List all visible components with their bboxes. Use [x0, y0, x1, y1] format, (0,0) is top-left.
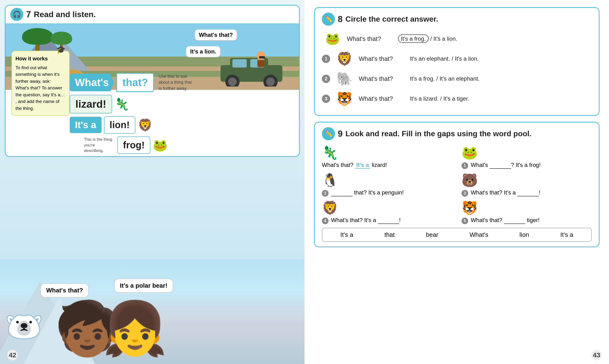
section7-number: 7: [26, 10, 31, 19]
word-pool-5: lion: [519, 231, 529, 238]
s9-num-2: 2: [322, 190, 329, 197]
s9-item-1: 🐸 1 What's ? It's a frog!: [462, 145, 592, 169]
puzzle-lion: lion!: [104, 116, 135, 134]
s9-fill-2: [331, 189, 353, 196]
s9-item-5-text: 5 What's that? tiger!: [462, 217, 592, 224]
q2-divider: /: [436, 75, 439, 82]
puzzle-area: What's that? Use that to ask about a thi…: [70, 73, 294, 154]
row-num-2: 2: [322, 75, 330, 83]
animal-tiger-img: 🐯: [334, 90, 355, 107]
s9-item-4-animal-row: 🦁: [322, 200, 452, 216]
s9-item-1-animal-row: 🐸: [462, 145, 592, 160]
s9-item-0-text: What's that? It's a lizard!: [322, 162, 452, 168]
bottom-bubble-right-text: It's a polar bear!: [120, 282, 168, 289]
animal-elephant-img: 🐘: [334, 70, 355, 87]
bottom-scene: 🐻‍❄️ What's that? 🧒🏾 👧 It's a polar bear…: [0, 260, 304, 364]
svg-point-8: [257, 51, 265, 60]
q3-text: What's that?: [359, 95, 406, 103]
s9-item-4-text: 4 What's that? It's a !: [322, 217, 452, 224]
svg-rect-2: [232, 59, 247, 67]
lizard-icon: 🦎: [114, 97, 129, 111]
right-page-number: 43: [591, 350, 602, 360]
s9-num-5: 5: [462, 218, 468, 224]
bottom-bubble-left: What's that?: [40, 283, 89, 298]
section9-title: Look and read. Fill in the gaps using th…: [345, 129, 531, 138]
q0-divider: /: [430, 35, 433, 42]
section8-header: ✏️ 8 Circle the correct answer.: [322, 13, 592, 26]
section7-box: 🎧 7 Read and listen.: [5, 5, 300, 157]
s9-item-3: 🐻 3 What's that? It's a !: [462, 173, 592, 197]
s9-item-2-animal-row: 🐧: [322, 173, 452, 188]
svg-rect-10: [259, 56, 265, 58]
left-page: 🎧 7 Read and listen.: [0, 0, 304, 364]
s9-item-4: 🦁 4 What's that? It's a !: [322, 200, 452, 224]
word-pool-2: that: [384, 231, 395, 238]
how-it-works-title: How it works: [15, 55, 66, 63]
s9-fill-5: [504, 217, 525, 224]
animal-lion-img: 🦁: [334, 50, 355, 67]
q0-answer1-circled: It's a frog.: [398, 35, 429, 43]
q2-answers: It's a frog. / It's an elephant.: [410, 75, 592, 82]
section8-row-1: 1 🦁 What's that? It's an elephant. / It'…: [322, 50, 592, 67]
s9-num-4: 4: [322, 218, 329, 224]
how-it-works-text: To find out what something is when it's …: [15, 65, 66, 112]
q2-answer2: It's an elephant.: [440, 75, 480, 82]
character-girl: 👧: [102, 302, 168, 354]
section8-row-3: 3 🐯 What's that? It's a lizard. / It's a…: [322, 90, 592, 107]
tree2-top: [51, 32, 72, 45]
s9-lizard-img: 🦎: [322, 145, 338, 160]
word-pool-1: It's a: [340, 231, 353, 238]
row-num-1: 1: [322, 55, 330, 63]
pencil-icon-9: ✏️: [322, 127, 335, 140]
puzzle-row1: What's that? Use that to ask about a thi…: [70, 73, 294, 92]
s9-penguin-img: 🐧: [322, 173, 338, 188]
animal-frog-img: 🐸: [322, 30, 343, 47]
s9-item-0-animal-row: 🦎: [322, 145, 452, 160]
row-num-3: 3: [322, 95, 330, 103]
section9-grid: 🦎 What's that? It's a lizard! 🐸 1 What's…: [322, 145, 592, 224]
q3-answers: It's a lizard. / It's a tiger.: [410, 95, 592, 102]
q0-text: What's that?: [347, 35, 394, 43]
s9-item-1-text: 1 What's ? It's a frog!: [462, 162, 592, 169]
bubble-whats-that: What's that?: [195, 29, 237, 41]
polar-bear: 🐻‍❄️: [5, 309, 43, 345]
s9-item-3-animal-row: 🐻: [462, 173, 592, 188]
puzzle-row2: lizard! 🦎: [70, 95, 294, 113]
s9-fill-3: [517, 189, 539, 196]
s9-item-3-text: 3 What's that? It's a !: [462, 189, 592, 197]
section9-box: ✏️ 9 Look and read. Fill in the gaps usi…: [314, 122, 599, 247]
puzzle-lizard: lizard!: [70, 95, 112, 113]
s9-fill-1: [490, 162, 511, 169]
s9-fill-4: [378, 217, 399, 224]
puzzle-itsa: It's a: [70, 117, 102, 133]
word-pool-6: It's a: [560, 231, 573, 238]
s9-tiger-img: 🐯: [462, 200, 478, 216]
s9-num-3: 3: [462, 190, 468, 197]
pencil-icon-8: ✏️: [322, 13, 335, 26]
s9-lion-img: 🦁: [322, 200, 338, 216]
svg-rect-9: [257, 60, 265, 67]
frog-icon: 🐸: [153, 138, 168, 152]
section8-title: Circle the correct answer.: [345, 15, 438, 24]
graduation-cap-icon: 🎓: [56, 44, 66, 55]
annotation-that: Use that to ask about a thing that is fu…: [159, 74, 194, 91]
s9-frog-img: 🐸: [462, 145, 478, 160]
bottom-bubble-right: It's a polar bear!: [114, 279, 173, 293]
puzzle-row3: It's a lion! 🦁: [70, 116, 294, 134]
section8-number: 8: [338, 14, 343, 24]
q1-answer2: It's a lion.: [455, 55, 479, 62]
s9-item-5-animal-row: 🐯: [462, 200, 592, 216]
s9-bear-img: 🐻: [462, 173, 478, 188]
q1-answers: It's an elephant. / It's a lion.: [410, 55, 592, 62]
q1-answer1: It's an elephant.: [410, 55, 450, 62]
q2-answer1: It's a frog.: [410, 75, 435, 82]
bottom-bubble-left-text: What's that?: [46, 287, 83, 294]
q0-answers: It's a frog. / It's a lion.: [398, 35, 592, 42]
q3-answer2: It's a tiger.: [443, 95, 469, 102]
headphones-icon: 🎧: [10, 8, 23, 21]
s9-item-2-text: 2 that? It's a penguin!: [322, 189, 452, 197]
q2-text: What's that?: [359, 75, 406, 82]
section8-row-2: 2 🐘 What's that? It's a frog. / It's an …: [322, 70, 592, 87]
q3-divider: /: [440, 95, 443, 102]
s9-item-5: 🐯 5 What's that? tiger!: [462, 200, 592, 224]
